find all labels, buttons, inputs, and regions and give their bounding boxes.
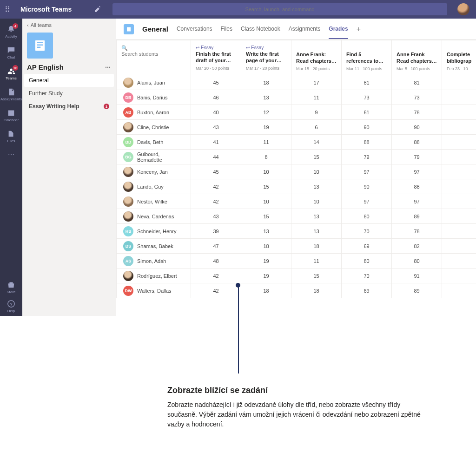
score-cell[interactable]: 91 — [392, 269, 442, 283]
student-row[interactable]: DBBanis, Darius4613117373 — [117, 90, 476, 105]
score-cell[interactable]: 73 — [342, 90, 392, 105]
score-cell[interactable]: 10 — [291, 164, 342, 179]
score-cell[interactable]: 78 — [392, 105, 442, 120]
score-cell[interactable]: 89 — [392, 283, 442, 298]
assignment-header[interactable]: Complete bibliograpFeb 23 · 10 — [442, 40, 476, 75]
assignment-header[interactable]: ↩ EssayWrite the first page of your essa… — [241, 40, 291, 75]
score-cell[interactable] — [442, 105, 476, 120]
score-cell[interactable]: 47 — [191, 239, 241, 254]
team-avatar[interactable] — [27, 33, 53, 59]
score-cell[interactable]: 70 — [342, 269, 392, 283]
student-row[interactable]: Rodríguez, Elbert4219157091 — [117, 269, 476, 283]
rail-more[interactable]: ⋯ — [0, 147, 22, 162]
score-cell[interactable] — [442, 75, 476, 90]
score-cell[interactable]: 9 — [291, 105, 342, 120]
score-cell[interactable] — [442, 209, 476, 224]
student-row[interactable]: Lando, Guy4215139088 — [117, 179, 476, 194]
waffle-icon[interactable]: ⠿ — [5, 5, 18, 14]
score-cell[interactable] — [442, 254, 476, 269]
score-cell[interactable] — [442, 135, 476, 150]
score-cell[interactable]: 80 — [342, 254, 392, 269]
score-cell[interactable]: 10 — [291, 194, 342, 209]
student-row[interactable]: BSShamas, Babek4718186982 — [117, 239, 476, 254]
score-cell[interactable] — [442, 179, 476, 194]
channel-item[interactable]: Essay Writing Help1 — [24, 100, 114, 113]
student-row[interactable]: HSSchneider, Henry3913137078 — [117, 224, 476, 239]
score-cell[interactable]: 12 — [241, 105, 291, 120]
score-cell[interactable] — [442, 120, 476, 135]
student-row[interactable]: DWWalters, Dallas4218186989 — [117, 283, 476, 298]
score-cell[interactable]: 19 — [241, 120, 291, 135]
score-cell[interactable]: 97 — [342, 194, 392, 209]
rail-activity[interactable]: Activity 4 — [0, 21, 22, 42]
student-row[interactable]: Konceny, Jan4510109797 — [117, 164, 476, 179]
student-row[interactable]: Cline, Christie431969090 — [117, 120, 476, 135]
score-cell[interactable]: 13 — [241, 224, 291, 239]
student-row[interactable]: Alanis, Juan4518178181 — [117, 75, 476, 90]
score-cell[interactable]: 13 — [291, 209, 342, 224]
score-cell[interactable] — [442, 239, 476, 254]
team-more-icon[interactable]: ⋯ — [105, 64, 111, 71]
rail-assignments[interactable]: Assignments — [0, 84, 22, 105]
grades-grid[interactable]: 🔍↩ EssayFinish the first draft of your e… — [116, 40, 476, 316]
score-cell[interactable]: 15 — [291, 269, 342, 283]
student-search-input[interactable] — [121, 51, 186, 57]
score-cell[interactable]: 42 — [191, 269, 241, 283]
assignment-header[interactable]: ↩ EssayFinish the first draft of your es… — [191, 40, 241, 75]
score-cell[interactable] — [442, 283, 476, 298]
score-cell[interactable]: 13 — [291, 179, 342, 194]
score-cell[interactable]: 88 — [342, 135, 392, 150]
score-cell[interactable]: 88 — [392, 179, 442, 194]
score-cell[interactable]: 15 — [241, 179, 291, 194]
score-cell[interactable] — [442, 90, 476, 105]
score-cell[interactable]: 90 — [342, 179, 392, 194]
score-cell[interactable]: 42 — [191, 179, 241, 194]
channel-item[interactable]: General — [24, 74, 114, 87]
score-cell[interactable]: 41 — [191, 135, 241, 150]
search-box[interactable] — [112, 3, 447, 15]
rail-chat[interactable]: Chat — [0, 42, 22, 63]
score-cell[interactable]: 18 — [241, 75, 291, 90]
score-cell[interactable]: 80 — [342, 209, 392, 224]
score-cell[interactable]: 10 — [241, 164, 291, 179]
score-cell[interactable]: 11 — [291, 90, 342, 105]
score-cell[interactable] — [442, 194, 476, 209]
score-cell[interactable]: 97 — [342, 164, 392, 179]
score-cell[interactable]: 8 — [241, 150, 291, 164]
score-cell[interactable]: 82 — [392, 239, 442, 254]
score-cell[interactable]: 81 — [342, 75, 392, 90]
tab-assignments[interactable]: Assignments — [289, 20, 321, 39]
score-cell[interactable]: 48 — [191, 254, 241, 269]
student-row[interactable]: BGGuibourd, Bernadette448157979 — [117, 150, 476, 164]
student-row[interactable]: Nestor, Wilke4210109797 — [117, 194, 476, 209]
tab-grades[interactable]: Grades — [329, 20, 348, 39]
back-all-teams[interactable]: ‹ All teams — [27, 22, 111, 28]
score-cell[interactable]: 43 — [191, 120, 241, 135]
score-cell[interactable]: 6 — [291, 120, 342, 135]
score-cell[interactable]: 42 — [191, 283, 241, 298]
score-cell[interactable]: 10 — [241, 194, 291, 209]
score-cell[interactable]: 81 — [392, 75, 442, 90]
score-cell[interactable] — [442, 269, 476, 283]
score-cell[interactable]: 40 — [191, 105, 241, 120]
score-cell[interactable] — [442, 224, 476, 239]
score-cell[interactable]: 80 — [392, 254, 442, 269]
student-row[interactable]: Neva, Cardenas4315138089 — [117, 209, 476, 224]
assignment-header[interactable]: Find 5 references to share with the clas… — [342, 40, 392, 75]
score-cell[interactable]: 19 — [241, 269, 291, 283]
score-cell[interactable]: 79 — [392, 150, 442, 164]
score-cell[interactable]: 79 — [342, 150, 392, 164]
user-avatar[interactable] — [457, 3, 469, 15]
student-row[interactable]: ASSimon, Adah4819118080 — [117, 254, 476, 269]
score-cell[interactable]: 18 — [241, 283, 291, 298]
score-cell[interactable]: 13 — [241, 90, 291, 105]
score-cell[interactable]: 69 — [342, 239, 392, 254]
score-cell[interactable]: 61 — [342, 105, 392, 120]
score-cell[interactable]: 89 — [392, 209, 442, 224]
score-cell[interactable]: 69 — [342, 283, 392, 298]
tab-conversations[interactable]: Conversations — [177, 20, 212, 39]
score-cell[interactable]: 46 — [191, 90, 241, 105]
score-cell[interactable]: 43 — [191, 209, 241, 224]
score-cell[interactable] — [442, 164, 476, 179]
score-cell[interactable]: 70 — [342, 224, 392, 239]
